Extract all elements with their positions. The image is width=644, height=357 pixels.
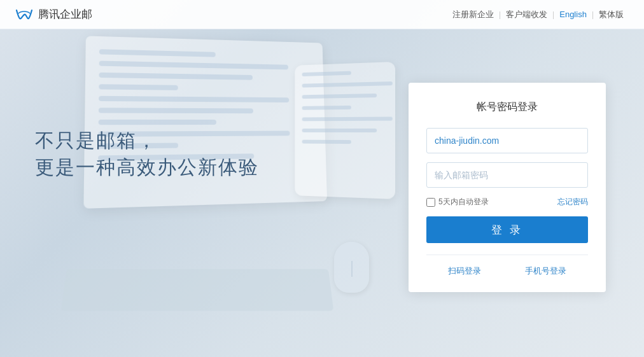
tencent-logo-icon — [15, 8, 33, 21]
nav-item-english[interactable]: English — [554, 10, 592, 19]
remember-me-checkbox[interactable] — [426, 198, 435, 207]
email-input[interactable] — [426, 128, 588, 153]
login-options: 5天内自动登录 忘记密码 — [426, 197, 588, 207]
remember-me-text: 5天内自动登录 — [438, 197, 489, 207]
login-title: 帐号密码登录 — [426, 101, 588, 114]
hero-line1: 不只是邮箱， — [35, 127, 259, 154]
phone-login-button[interactable]: 手机号登录 — [525, 265, 566, 277]
nav-item-client[interactable]: 客户端收发 — [501, 9, 552, 20]
laptop-shape — [83, 36, 327, 208]
login-card: 帐号密码登录 5天内自动登录 忘记密码 登 录 扫码登录 手机号登录 — [409, 83, 606, 292]
logo-area: 腾讯企业邮 — [15, 7, 92, 22]
login-divider — [426, 255, 588, 255]
login-alt-methods: 扫码登录 手机号登录 — [426, 265, 588, 277]
login-button[interactable]: 登 录 — [426, 216, 588, 243]
password-input[interactable] — [426, 162, 588, 188]
hero-line2: 更是一种高效办公新体验 — [35, 154, 259, 181]
nav-item-register[interactable]: 注册新企业 — [447, 9, 499, 20]
nav-item-traditional[interactable]: 繁体版 — [594, 9, 629, 20]
topbar: 腾讯企业邮 注册新企业 | 客户端收发 | English | 繁体版 — [0, 0, 644, 29]
logo-text: 腾讯企业邮 — [38, 7, 92, 22]
keyboard-shape — [61, 269, 334, 311]
forgot-password-link[interactable]: 忘记密码 — [557, 197, 588, 207]
tablet-shape — [295, 62, 395, 199]
hero-text-block: 不只是邮箱， 更是一种高效办公新体验 — [35, 127, 259, 181]
topbar-nav: 注册新企业 | 客户端收发 | English | 繁体版 — [447, 9, 629, 20]
qr-login-button[interactable]: 扫码登录 — [448, 265, 481, 277]
mouse-shape — [334, 242, 369, 293]
remember-me-label[interactable]: 5天内自动登录 — [426, 197, 489, 207]
